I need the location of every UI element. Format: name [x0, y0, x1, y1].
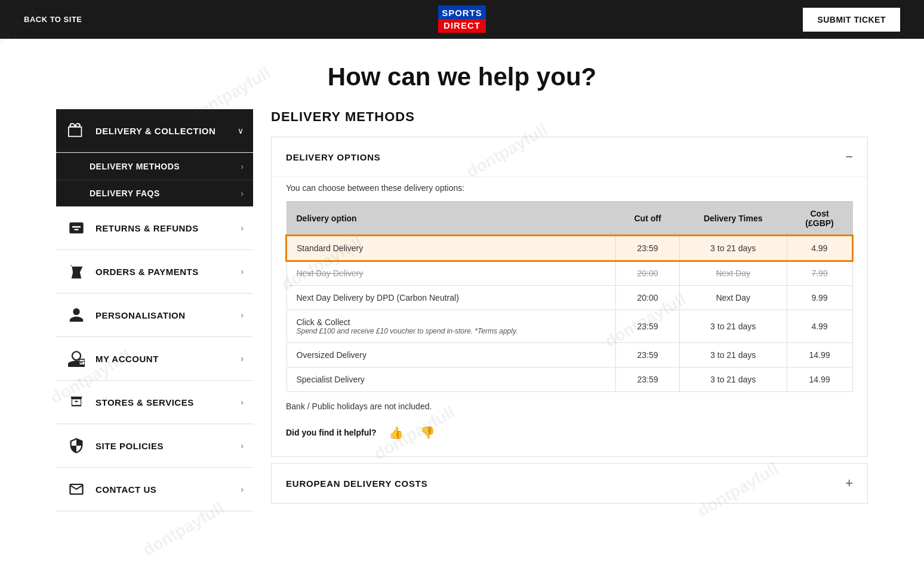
- table-row: Specialist Delivery 23:59 3 to 21 days 1…: [287, 368, 852, 392]
- row-times: 3 to 21 days: [679, 236, 787, 261]
- sidebar-sub-delivery: DELIVERY METHODS › DELIVERY FAQS ›: [56, 153, 253, 206]
- chevron-right-icon: ›: [241, 267, 244, 276]
- row-times: 3 to 21 days: [679, 368, 787, 392]
- person-icon: [66, 304, 87, 326]
- sidebar-item-delivery-methods[interactable]: DELIVERY METHODS ›: [56, 153, 253, 180]
- thumbs-up-button[interactable]: 👍: [384, 423, 408, 442]
- row-cutoff: 20:00: [616, 261, 680, 286]
- plus-icon: +: [845, 476, 853, 491]
- col-delivery-option: Delivery option: [287, 202, 616, 236]
- content-area: DELIVERY METHODS DELIVERY OPTIONS − You …: [271, 109, 868, 511]
- table-row: Oversized Delivery 23:59 3 to 21 days 14…: [287, 343, 852, 368]
- delivery-options-header[interactable]: DELIVERY OPTIONS −: [272, 137, 867, 177]
- thumbs-down-button[interactable]: 👎: [415, 423, 440, 442]
- table-row: Next Day Delivery 20:00 Next Day 7.99: [287, 261, 852, 286]
- store-icon: [66, 391, 87, 413]
- row-cost: 4.99: [787, 236, 852, 261]
- chevron-right-icon: ›: [241, 189, 244, 198]
- return-icon: [66, 217, 87, 239]
- row-option: Oversized Delivery: [287, 343, 616, 368]
- col-cost: Cost(£GBP): [787, 202, 852, 236]
- box-icon: [66, 120, 87, 141]
- row-cutoff: 23:59: [616, 343, 680, 368]
- row-option: Next Day Delivery by DPD (Carbon Neutral…: [287, 286, 616, 310]
- orders-label: ORDERS & PAYMENTS: [96, 267, 241, 277]
- bank-holiday-note: Bank / Public holidays are not included.: [286, 402, 853, 411]
- main-layout: DELIVERY & COLLECTION ∨ DELIVERY METHODS…: [44, 109, 880, 535]
- sidebar-item-delivery-faqs[interactable]: DELIVERY FAQS ›: [56, 180, 253, 206]
- logo-top: SPORTS: [438, 5, 486, 19]
- col-cutoff: Cut off: [616, 202, 680, 236]
- sidebar-item-stores-services[interactable]: STORES & SERVICES ›: [56, 381, 253, 424]
- row-cost: 14.99: [787, 368, 852, 392]
- chevron-right-icon: ›: [241, 162, 244, 171]
- sidebar-item-delivery-collection[interactable]: DELIVERY & COLLECTION ∨: [56, 109, 253, 153]
- row-cutoff: 20:00: [616, 286, 680, 310]
- svg-rect-0: [79, 359, 85, 365]
- sidebar-item-personalisation[interactable]: PERSONALISATION ›: [56, 294, 253, 337]
- page-title: How can we help you?: [0, 63, 924, 91]
- page-title-area: How can we help you?: [0, 39, 924, 109]
- site-policies-label: SITE POLICIES: [96, 441, 241, 451]
- sidebar-item-orders-payments[interactable]: ORDERS & PAYMENTS ›: [56, 250, 253, 294]
- header: BACK TO SITE SPORTS DIRECT SUBMIT TICKET: [0, 0, 924, 39]
- chevron-right-icon: ›: [241, 223, 244, 233]
- row-option: Click & CollectSpend £100 and receive £1…: [287, 310, 616, 343]
- delivery-table: Delivery option Cut off Delivery Times C…: [286, 201, 853, 392]
- returns-label: RETURNS & REFUNDS: [96, 223, 241, 233]
- row-cost: 7.99: [787, 261, 852, 286]
- table-row: Click & CollectSpend £100 and receive £1…: [287, 310, 852, 343]
- contact-us-label: CONTACT US: [96, 484, 241, 495]
- row-option: Next Day Delivery: [287, 261, 616, 286]
- sidebar-item-contact-us[interactable]: CONTACT US ›: [56, 468, 253, 511]
- row-cutoff: 23:59: [616, 236, 680, 261]
- european-delivery-title: EUROPEAN DELIVERY COSTS: [286, 478, 428, 489]
- policies-icon: [66, 435, 87, 456]
- chevron-right-icon: ›: [241, 310, 244, 320]
- orders-icon: [66, 261, 87, 282]
- site-logo: SPORTS DIRECT: [438, 5, 486, 34]
- row-cutoff: 23:59: [616, 368, 680, 392]
- row-times: 3 to 21 days: [679, 343, 787, 368]
- row-cutoff: 23:59: [616, 310, 680, 343]
- row-times: 3 to 21 days: [679, 310, 787, 343]
- table-row: Next Day Delivery by DPD (Carbon Neutral…: [287, 286, 852, 310]
- delivery-options-desc: You can choose between these delivery op…: [286, 183, 853, 193]
- sidebar-delivery-label: DELIVERY & COLLECTION: [96, 126, 238, 136]
- col-delivery-times: Delivery Times: [679, 202, 787, 236]
- delivery-options-body: You can choose between these delivery op…: [272, 177, 867, 456]
- row-option: Standard Delivery: [287, 236, 616, 261]
- row-cost: 9.99: [787, 286, 852, 310]
- chevron-right-icon: ›: [241, 397, 244, 407]
- account-icon: [66, 348, 87, 369]
- row-cost: 14.99: [787, 343, 852, 368]
- chevron-right-icon: ›: [241, 441, 244, 450]
- submit-ticket-button[interactable]: SUBMIT TICKET: [803, 8, 900, 32]
- delivery-methods-label: DELIVERY METHODS: [90, 162, 241, 171]
- chevron-right-icon: ›: [241, 354, 244, 363]
- row-times: Next Day: [679, 261, 787, 286]
- row-times: Next Day: [679, 286, 787, 310]
- back-to-site-link[interactable]: BACK TO SITE: [24, 15, 82, 24]
- table-row: Standard Delivery 23:59 3 to 21 days 4.9…: [287, 236, 852, 261]
- delivery-options-panel: DELIVERY OPTIONS − You can choose betwee…: [271, 137, 868, 457]
- my-account-label: MY ACCOUNT: [96, 354, 241, 364]
- helpful-label: Did you find it helpful?: [286, 428, 377, 437]
- row-cost: 4.99: [787, 310, 852, 343]
- delivery-options-title: DELIVERY OPTIONS: [286, 152, 381, 162]
- delivery-faqs-label: DELIVERY FAQS: [90, 189, 241, 198]
- chevron-down-icon: ∨: [238, 126, 244, 135]
- sidebar-item-my-account[interactable]: MY ACCOUNT ›: [56, 337, 253, 381]
- sidebar-item-returns-refunds[interactable]: RETURNS & REFUNDS ›: [56, 206, 253, 250]
- sidebar-item-site-policies[interactable]: SITE POLICIES ›: [56, 424, 253, 468]
- helpful-section: Did you find it helpful? 👍 👎: [286, 423, 853, 442]
- minus-icon: −: [845, 149, 853, 165]
- european-delivery-header[interactable]: EUROPEAN DELIVERY COSTS +: [272, 464, 867, 503]
- stores-label: STORES & SERVICES: [96, 397, 241, 407]
- section-title: DELIVERY METHODS: [271, 109, 868, 125]
- sidebar: DELIVERY & COLLECTION ∨ DELIVERY METHODS…: [56, 109, 253, 511]
- contact-icon: [66, 478, 87, 500]
- european-delivery-panel: EUROPEAN DELIVERY COSTS +: [271, 463, 868, 504]
- chevron-right-icon: ›: [241, 484, 244, 494]
- row-option: Specialist Delivery: [287, 368, 616, 392]
